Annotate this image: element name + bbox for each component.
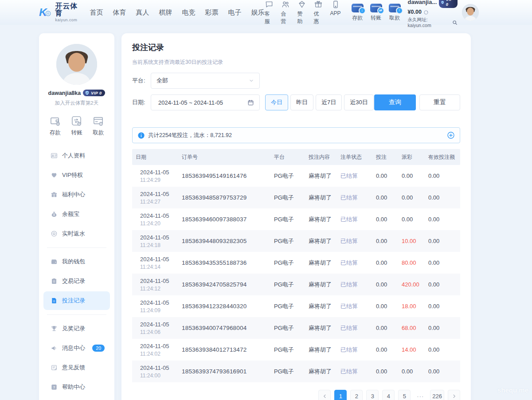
cell-content: 麻将胡了 bbox=[305, 216, 337, 224]
sidebar-item-label: 余额宝 bbox=[62, 210, 79, 218]
cell-bet-amount: 0.00 bbox=[372, 259, 398, 266]
app-download-button[interactable]: APP bbox=[330, 0, 341, 25]
cell-payout: 0.00 bbox=[398, 216, 425, 223]
profile-username: dawanjia8ka bbox=[48, 90, 81, 96]
withdraw-card-icon: ↑ bbox=[389, 4, 401, 12]
wallet-actions: ↓ 存款 ⇄ 转账 ↑ 取款 bbox=[352, 4, 401, 22]
nav-item[interactable]: 电子 bbox=[228, 8, 242, 17]
header-tools: 客服 合营 赞助 优惠 APP bbox=[265, 0, 341, 25]
bet-date: 2024-11-05 bbox=[140, 343, 178, 349]
nav-item[interactable]: 真人 bbox=[136, 8, 149, 17]
platform-selected-value: 全部 bbox=[156, 77, 168, 85]
welfare-gift-icon bbox=[51, 191, 58, 198]
sidebar-item-feedback[interactable]: 意见反馈 bbox=[43, 358, 110, 377]
sidebar-item-welfare[interactable]: 福利中心 bbox=[43, 185, 110, 204]
sidebar-withdraw-button[interactable]: 取款 bbox=[93, 115, 104, 137]
bet-date: 2024-11-05 bbox=[140, 234, 178, 241]
sidebar-item-transactions[interactable]: 交易记录 bbox=[43, 272, 110, 290]
quick-range-button[interactable]: 近7日 bbox=[316, 94, 342, 110]
cell-platform: PG电子 bbox=[270, 172, 305, 180]
bet-time: 11:24:09 bbox=[140, 307, 178, 314]
sidebar-item-yuebao[interactable]: 余额宝 bbox=[43, 205, 110, 224]
page-button[interactable]: 4 bbox=[382, 390, 395, 400]
sidebar-item-help[interactable]: ? 帮助中心 bbox=[43, 378, 110, 396]
tool-label: 合营 bbox=[281, 10, 290, 25]
sidebar-item-profile[interactable]: 个人资料 bbox=[43, 146, 110, 165]
nav-item[interactable]: 棋牌 bbox=[159, 8, 172, 17]
customer-service-button[interactable]: 客服 bbox=[265, 0, 274, 25]
column-header: 投注 bbox=[372, 153, 398, 161]
table-row: 2024-11-05 11:24:14 1853639435355188736 … bbox=[132, 252, 460, 274]
cell-status: 已结算 bbox=[337, 281, 372, 289]
quick-range-button[interactable]: 近30日 bbox=[344, 94, 373, 110]
nav-item[interactable]: 电竞 bbox=[182, 8, 196, 17]
expand-plus-icon[interactable] bbox=[447, 132, 454, 139]
platform-select[interactable]: 全部 bbox=[151, 73, 260, 89]
transfer-button[interactable]: ⇄ 转账 bbox=[370, 4, 382, 22]
sidebar-item-vip[interactable]: VIP特权 bbox=[43, 166, 110, 184]
platform-filter-row: 平台: 全部 bbox=[132, 73, 460, 89]
column-header: 有效投注额 bbox=[425, 153, 460, 161]
sidebar-item-label: 意见反馈 bbox=[62, 364, 85, 372]
sidebar-item-bet-records[interactable]: 投注记录 bbox=[43, 291, 110, 310]
nav-item[interactable]: 彩票 bbox=[205, 8, 219, 17]
cell-date: 2024-11-05 11:24:20 bbox=[132, 212, 178, 227]
page-button[interactable]: ··· bbox=[414, 390, 426, 400]
bet-time: 11:24:29 bbox=[140, 177, 178, 183]
user-avatar[interactable] bbox=[462, 4, 479, 21]
brand-logo[interactable]: K 开云体育 kaiyun.com bbox=[39, 3, 80, 22]
next-page-button[interactable] bbox=[448, 390, 460, 400]
promotions-button[interactable]: 优惠 bbox=[314, 0, 323, 25]
nav-item[interactable]: 体育 bbox=[113, 8, 126, 17]
quick-range-button[interactable]: 昨日 bbox=[290, 94, 313, 110]
page-button[interactable]: 2 bbox=[350, 390, 363, 400]
cell-valid-bet: 0.00 bbox=[425, 325, 460, 331]
bet-records-panel: 投注记录 当前系统支持查询最近30日的投注记录 平台: 全部 日期: 2024-… bbox=[121, 33, 471, 400]
cell-order-id: 1853639374793616901 bbox=[178, 368, 270, 375]
cell-order-id: 1853639485879753729 bbox=[178, 194, 270, 201]
sponsor-button[interactable]: 赞助 bbox=[297, 0, 306, 25]
bet-time: 11:24:14 bbox=[140, 264, 178, 270]
sidebar-item-prizes[interactable]: 兑奖记录 bbox=[43, 319, 110, 338]
page-button[interactable]: 1 bbox=[334, 390, 347, 400]
username[interactable]: dawanjia... bbox=[408, 0, 437, 6]
platform-label: 平台: bbox=[132, 77, 151, 85]
nav-item[interactable]: 首页 bbox=[90, 8, 103, 17]
cell-status: 已结算 bbox=[337, 368, 372, 376]
withdraw-button[interactable]: ↑ 取款 bbox=[389, 4, 401, 22]
prev-page-button[interactable] bbox=[318, 390, 331, 400]
bet-date: 2024-11-05 bbox=[140, 256, 178, 263]
partners-button[interactable]: 合营 bbox=[281, 0, 290, 25]
page-button[interactable]: 226 bbox=[430, 390, 444, 400]
search-button[interactable]: 查询 bbox=[374, 94, 416, 110]
sidebar-item-messages[interactable]: 消息中心 20 bbox=[43, 339, 110, 357]
profile-avatar[interactable] bbox=[56, 44, 97, 85]
my-wallet-icon bbox=[51, 258, 58, 265]
page-button[interactable]: 3 bbox=[366, 390, 379, 400]
cell-bet-amount: 0.00 bbox=[372, 281, 398, 288]
kaiyun-logo-icon: K bbox=[39, 4, 52, 20]
cell-status: 已结算 bbox=[337, 194, 372, 202]
tool-label: 客服 bbox=[265, 10, 274, 25]
cell-order-id: 1853639435355188736 bbox=[178, 259, 270, 266]
magnifier-icon[interactable] bbox=[452, 20, 458, 25]
sidebar-item-rebate[interactable]: 实时返水 bbox=[43, 224, 110, 243]
quick-range-button[interactable]: 今日 bbox=[265, 94, 288, 110]
date-range-input[interactable]: 2024-11-05 ~ 2024-11-05 bbox=[151, 94, 260, 110]
cell-payout: 18.00 bbox=[398, 303, 425, 310]
transfer-icon bbox=[71, 115, 82, 126]
cell-status: 已结算 bbox=[337, 346, 372, 354]
page-button[interactable]: 5 bbox=[398, 390, 411, 400]
sidebar-deposit-button[interactable]: 存款 bbox=[50, 115, 61, 137]
bet-date: 2024-11-05 bbox=[140, 191, 178, 197]
cell-date: 2024-11-05 11:24:00 bbox=[132, 365, 178, 379]
sidebar-transfer-button[interactable]: 转账 bbox=[71, 115, 82, 137]
reset-button[interactable]: 重置 bbox=[419, 94, 460, 110]
deposit-button[interactable]: ↓ 存款 bbox=[352, 4, 364, 22]
nav-item[interactable]: 娱乐 bbox=[251, 8, 265, 17]
sidebar-item-wallet[interactable]: 我的钱包 bbox=[43, 252, 110, 271]
cell-payout: 0.00 bbox=[398, 173, 425, 179]
cell-valid-bet: 0.00 bbox=[425, 238, 460, 244]
cell-date: 2024-11-05 11:24:18 bbox=[132, 234, 178, 248]
refresh-balance-icon[interactable] bbox=[423, 10, 429, 15]
